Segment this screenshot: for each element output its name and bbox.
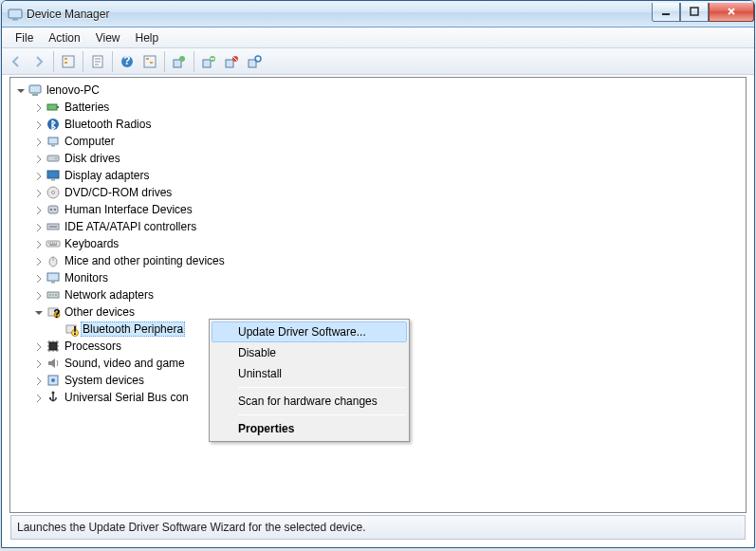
menu-help[interactable]: Help	[128, 29, 167, 46]
minimize-button[interactable]	[652, 3, 680, 22]
svg-rect-6	[65, 62, 67, 64]
tree-label[interactable]: Bluetooth Radios	[63, 117, 153, 132]
expand-icon[interactable]	[30, 373, 46, 388]
tree-node[interactable]: Bluetooth Radios	[12, 116, 744, 133]
tree-node[interactable]: Computer	[12, 133, 744, 150]
tree-label[interactable]: Human Interface Devices	[63, 202, 194, 217]
expand-icon[interactable]	[30, 339, 46, 354]
collapse-icon[interactable]	[30, 304, 46, 320]
context-update-driver-software[interactable]: Update Driver Software...	[212, 321, 407, 342]
network-icon	[46, 287, 61, 303]
tree-node[interactable]: Network adapters	[12, 286, 744, 303]
tree-node[interactable]: Mice and other pointing devices	[12, 252, 744, 269]
expand-icon[interactable]	[30, 185, 46, 200]
expand-icon[interactable]	[30, 253, 46, 268]
close-button[interactable]	[709, 3, 754, 22]
expand-icon[interactable]	[30, 134, 46, 149]
window-buttons	[652, 7, 754, 22]
tree-node[interactable]: Human Interface Devices	[12, 201, 744, 218]
svg-rect-0	[9, 9, 22, 18]
svg-point-57	[55, 397, 57, 399]
svg-point-33	[52, 192, 55, 194]
menu-action[interactable]: Action	[41, 29, 87, 46]
tree-label[interactable]: Processors	[63, 339, 123, 354]
expand-icon[interactable]	[30, 117, 46, 132]
tree-label[interactable]: DVD/CD-ROM drives	[63, 185, 174, 200]
tree-label[interactable]: Sound, video and game	[63, 356, 187, 371]
tree-node[interactable]: DVD/CD-ROM drives	[12, 184, 744, 201]
tree-label[interactable]: IDE ATA/ATAPI controllers	[63, 219, 198, 234]
help-icon[interactable]: ?	[116, 50, 138, 73]
tree-label[interactable]: Keyboards	[63, 236, 120, 251]
expand-icon[interactable]	[30, 202, 46, 217]
show-hidden-icon[interactable]	[138, 50, 161, 73]
expand-icon[interactable]	[30, 390, 46, 405]
disable-icon[interactable]	[220, 50, 243, 73]
tree-label[interactable]: Computer	[63, 134, 117, 149]
expand-icon[interactable]	[30, 236, 46, 251]
no-expander	[48, 321, 64, 337]
menubar: File Action View Help	[2, 28, 754, 48]
titlebar[interactable]: Device Manager	[2, 1, 754, 28]
svg-rect-17	[226, 60, 233, 67]
expand-icon[interactable]	[30, 270, 46, 285]
tree-label[interactable]: Mice and other pointing devices	[63, 253, 227, 268]
expand-icon[interactable]	[30, 287, 46, 303]
menu-view[interactable]: View	[88, 29, 128, 46]
maximize-button[interactable]	[680, 3, 709, 22]
expand-icon[interactable]	[30, 219, 46, 234]
context-properties[interactable]: Properties	[212, 418, 407, 439]
svg-point-36	[54, 209, 56, 211]
collapse-icon[interactable]	[12, 83, 28, 98]
svg-rect-28	[47, 156, 59, 161]
expand-icon[interactable]	[30, 356, 46, 371]
svg-rect-1	[12, 19, 18, 21]
tree-label[interactable]: Universal Serial Bus con	[63, 390, 191, 405]
svg-point-55	[52, 392, 55, 395]
tree-label[interactable]: Batteries	[63, 100, 111, 115]
unknown-icon: !	[64, 321, 79, 337]
svg-rect-27	[51, 145, 55, 147]
tree-label[interactable]: Other devices	[63, 304, 137, 320]
uninstall-icon[interactable]	[197, 50, 220, 73]
tree-label[interactable]: Network adapters	[63, 287, 156, 303]
status-text: Launches the Update Driver Software Wiza…	[17, 521, 366, 534]
display-icon	[46, 168, 61, 183]
toolbar: ?	[2, 48, 754, 75]
tree-node[interactable]: Disk drives	[12, 150, 744, 167]
svg-point-54	[51, 378, 55, 382]
svg-rect-22	[32, 94, 38, 96]
tree-label[interactable]: Monitors	[63, 270, 110, 285]
context-scan-for-hardware-changes[interactable]: Scan for hardware changes	[212, 391, 407, 412]
svg-rect-3	[691, 8, 698, 15]
expand-icon[interactable]	[30, 151, 46, 166]
tree-label[interactable]: Bluetooth Periphera	[81, 321, 185, 337]
tree-node[interactable]: Batteries	[12, 99, 744, 116]
svg-text:!: !	[73, 324, 77, 337]
properties-icon[interactable]	[86, 50, 109, 73]
context-uninstall[interactable]: Uninstall	[212, 363, 407, 384]
context-disable[interactable]: Disable	[212, 342, 407, 363]
hid-icon	[46, 202, 61, 217]
tree-node[interactable]: IDE ATA/ATAPI controllers	[12, 218, 744, 235]
tree-node[interactable]: Monitors	[12, 269, 744, 286]
tree-label[interactable]: Disk drives	[63, 151, 122, 166]
tree-label[interactable]: System devices	[63, 373, 146, 388]
tree-node[interactable]: lenovo-PC	[12, 82, 744, 99]
usb-icon	[46, 390, 61, 405]
menu-file[interactable]: File	[8, 29, 41, 46]
scan-hardware-icon[interactable]	[243, 50, 266, 73]
tree-label[interactable]: lenovo-PC	[45, 83, 101, 98]
svg-rect-4	[63, 56, 74, 67]
expand-icon[interactable]	[30, 100, 46, 115]
device-tree-pane[interactable]: lenovo-PCBatteriesBluetooth RadiosComput…	[9, 77, 747, 513]
show-hide-tree-icon[interactable]	[57, 50, 80, 73]
tree-label[interactable]: Display adapters	[63, 168, 151, 183]
bluetooth-icon	[46, 117, 61, 132]
monitor-icon	[46, 270, 61, 285]
expand-icon[interactable]	[30, 168, 46, 183]
update-driver-icon[interactable]	[168, 50, 191, 73]
tree-node[interactable]: Display adapters	[12, 167, 744, 184]
tree-node[interactable]: Keyboards	[12, 235, 744, 252]
svg-rect-38	[46, 241, 60, 247]
